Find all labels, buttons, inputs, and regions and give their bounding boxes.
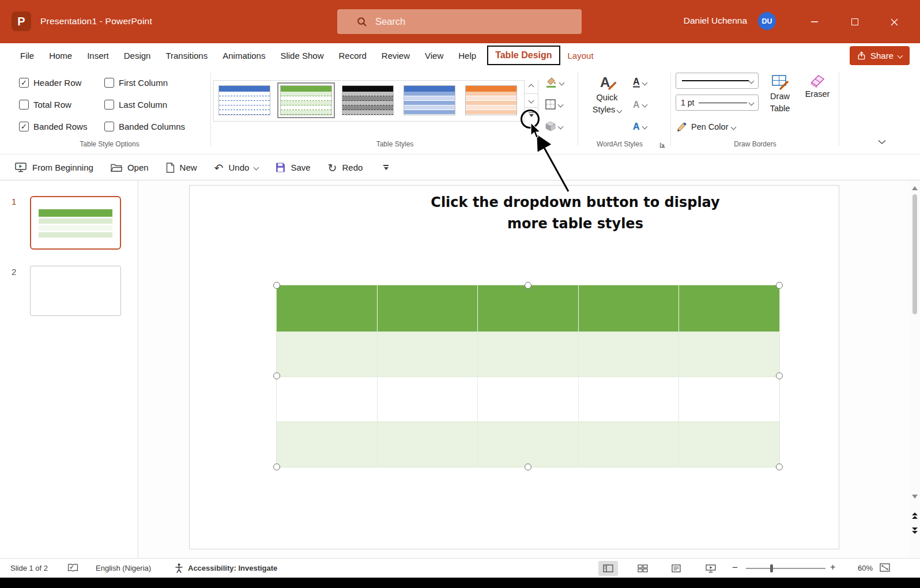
- checkbox-banded-rows[interactable]: Banded Rows: [19, 120, 87, 133]
- tab-help[interactable]: Help: [451, 46, 484, 65]
- checkbox-banded-columns[interactable]: Banded Columns: [104, 120, 185, 133]
- save-button[interactable]: Save: [276, 163, 310, 172]
- pen-weight-dropdown[interactable]: 1 pt: [676, 95, 759, 111]
- slide-editing-area[interactable]: [189, 185, 839, 549]
- tab-table-design[interactable]: Table Design: [487, 46, 560, 65]
- checkbox-first-column[interactable]: First Column: [104, 76, 168, 89]
- gallery-scroll-up-button[interactable]: [524, 80, 538, 94]
- fit-to-window-button[interactable]: [880, 563, 890, 574]
- selection-handle-bottom-right[interactable]: [776, 463, 783, 470]
- undo-button[interactable]: ↶ Undo: [214, 163, 259, 173]
- maximize-button[interactable]: [842, 14, 868, 30]
- table-cell[interactable]: [478, 421, 579, 467]
- zoom-level[interactable]: 60%: [846, 564, 873, 572]
- table-cell[interactable]: [277, 421, 378, 467]
- search-input[interactable]: Search: [337, 9, 582, 34]
- borders-button[interactable]: [545, 96, 574, 112]
- checkbox-last-column[interactable]: Last Column: [104, 98, 167, 111]
- zoom-slider-thumb[interactable]: [770, 564, 773, 572]
- avatar[interactable]: DU: [758, 12, 776, 30]
- pen-style-dropdown[interactable]: [676, 73, 759, 89]
- pen-color-button[interactable]: Pen Color: [677, 119, 736, 134]
- collapse-ribbon-button[interactable]: [877, 137, 887, 147]
- selection-handle-top-right[interactable]: [776, 282, 783, 289]
- redo-button[interactable]: ↻ Redo: [328, 163, 363, 173]
- selection-handle-top-left[interactable]: [273, 282, 280, 289]
- tab-transitions[interactable]: Transitions: [158, 46, 215, 65]
- checkbox-header-row[interactable]: Header Row: [19, 76, 81, 89]
- tab-animations[interactable]: Animations: [215, 46, 273, 65]
- table-style-thumbnail-selected[interactable]: [277, 82, 335, 118]
- table-cell[interactable]: [579, 331, 680, 376]
- scrollbar-thumb[interactable]: [913, 194, 917, 314]
- scroll-down-button[interactable]: [912, 495, 918, 499]
- new-button[interactable]: New: [166, 163, 197, 173]
- table-cell[interactable]: [378, 331, 478, 376]
- table-cell[interactable]: [579, 376, 680, 421]
- table-style-thumbnail[interactable]: [339, 82, 397, 118]
- table-cell[interactable]: [478, 331, 579, 376]
- eraser-button[interactable]: Eraser: [801, 73, 834, 100]
- slideshow-view-button[interactable]: [701, 561, 721, 576]
- text-fill-button[interactable]: A: [633, 74, 658, 91]
- slide-2-thumbnail[interactable]: [30, 266, 121, 316]
- table-header-cell[interactable]: [478, 285, 579, 331]
- table-header-cell[interactable]: [579, 285, 680, 331]
- draw-table-button[interactable]: Draw Table: [762, 73, 798, 115]
- gallery-more-dropdown-button[interactable]: [524, 108, 538, 122]
- tab-record[interactable]: Record: [331, 46, 374, 65]
- tab-review[interactable]: Review: [374, 46, 417, 65]
- tab-home[interactable]: Home: [42, 46, 80, 65]
- next-slide-button[interactable]: [911, 526, 918, 537]
- wordart-dialog-launcher[interactable]: [659, 140, 666, 150]
- gallery-scroll-down-button[interactable]: [524, 94, 538, 108]
- tab-file[interactable]: File: [13, 46, 42, 65]
- table-style-thumbnail[interactable]: [462, 82, 520, 118]
- accessibility-status[interactable]: Accessibility: Investigate: [188, 564, 277, 572]
- tab-insert[interactable]: Insert: [80, 46, 116, 65]
- slide-indicator[interactable]: Slide 1 of 2: [10, 564, 48, 572]
- from-beginning-button[interactable]: From Beginning: [15, 163, 93, 172]
- table-cell[interactable]: [378, 421, 478, 467]
- tab-design[interactable]: Design: [116, 46, 159, 65]
- share-button[interactable]: Share: [850, 46, 910, 65]
- selection-handle-bottom-middle[interactable]: [525, 463, 531, 470]
- selection-handle-middle-right[interactable]: [776, 372, 783, 379]
- previous-slide-button[interactable]: [911, 511, 918, 522]
- table-cell[interactable]: [277, 331, 378, 376]
- language-indicator[interactable]: English (Nigeria): [96, 564, 151, 572]
- effects-button[interactable]: [545, 118, 574, 134]
- table-header-cell[interactable]: [378, 285, 478, 331]
- tab-layout[interactable]: Layout: [560, 46, 601, 65]
- close-button[interactable]: [881, 14, 907, 30]
- spell-check-button[interactable]: [67, 563, 78, 574]
- text-effects-button[interactable]: A: [633, 118, 658, 134]
- minimize-button[interactable]: [801, 14, 828, 30]
- table-cell[interactable]: [478, 376, 579, 421]
- zoom-out-button[interactable]: −: [732, 562, 738, 574]
- toolbar-more-button[interactable]: [383, 165, 389, 170]
- shading-button[interactable]: [545, 74, 574, 91]
- zoom-slider[interactable]: [746, 568, 825, 569]
- table-header-cell[interactable]: [679, 285, 779, 331]
- selection-handle-bottom-left[interactable]: [273, 463, 280, 470]
- table-style-thumbnail[interactable]: [216, 82, 273, 118]
- table-cell[interactable]: [679, 331, 779, 376]
- table-cell[interactable]: [679, 421, 779, 467]
- slide-sorter-view-button[interactable]: [633, 561, 653, 576]
- slide-1-thumbnail[interactable]: [30, 196, 121, 250]
- reading-view-button[interactable]: [666, 561, 686, 576]
- table-header-cell[interactable]: [277, 285, 378, 331]
- open-button[interactable]: Open: [111, 163, 149, 172]
- table-cell[interactable]: [277, 376, 378, 421]
- quick-styles-button[interactable]: A Quick Styles: [587, 73, 627, 116]
- selection-handle-middle-left[interactable]: [273, 372, 280, 379]
- zoom-in-button[interactable]: +: [830, 562, 835, 572]
- normal-view-button[interactable]: [598, 561, 618, 576]
- tab-slide-show[interactable]: Slide Show: [273, 46, 331, 65]
- checkbox-total-row[interactable]: Total Row: [19, 98, 71, 111]
- text-outline-button[interactable]: A: [633, 96, 658, 112]
- table-cell[interactable]: [378, 376, 478, 421]
- table-cell[interactable]: [579, 421, 680, 467]
- scroll-up-button[interactable]: [912, 186, 918, 190]
